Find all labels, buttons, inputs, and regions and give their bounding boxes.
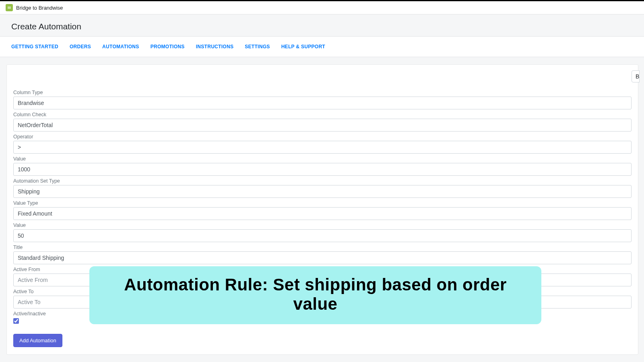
- tab-getting-started[interactable]: GETTING STARTED: [11, 37, 58, 57]
- value-1-input[interactable]: [13, 163, 632, 176]
- app-title: Bridge to Brandwise: [16, 5, 63, 11]
- page-title: Create Automation: [11, 22, 633, 31]
- operator-label: Operator: [13, 134, 632, 140]
- tabs-bar: GETTING STARTED ORDERS AUTOMATIONS PROMO…: [0, 36, 644, 57]
- annotation-callout: Automation Rule: Set shipping based on o…: [89, 266, 541, 324]
- column-check-select[interactable]: [13, 119, 632, 132]
- title-input[interactable]: [13, 251, 632, 264]
- automation-set-type-label: Automation Set Type: [13, 178, 632, 184]
- value-2-input[interactable]: [13, 229, 632, 242]
- tab-instructions[interactable]: INSTRUCTIONS: [196, 37, 234, 57]
- tab-orders[interactable]: ORDERS: [70, 37, 91, 57]
- column-type-select[interactable]: [13, 97, 632, 109]
- tab-help-support[interactable]: HELP & SUPPORT: [281, 37, 325, 57]
- app-header: Bridge to Brandwise: [0, 1, 644, 14]
- value-2-label: Value: [13, 222, 632, 228]
- operator-select[interactable]: [13, 141, 632, 154]
- back-button[interactable]: B: [632, 70, 640, 82]
- active-checkbox[interactable]: [13, 318, 19, 324]
- tab-automations[interactable]: AUTOMATIONS: [102, 37, 139, 57]
- app-logo-icon: [6, 4, 13, 11]
- add-automation-button[interactable]: Add Automation: [13, 334, 62, 347]
- column-type-label: Column Type: [13, 90, 632, 95]
- value-type-label: Value Type: [13, 200, 632, 206]
- title-label: Title: [13, 245, 632, 250]
- value-1-label: Value: [13, 156, 632, 162]
- column-check-label: Column Check: [13, 112, 632, 117]
- tab-promotions[interactable]: PROMOTIONS: [151, 37, 185, 57]
- page-title-wrap: Create Automation: [0, 14, 644, 36]
- automation-set-type-select[interactable]: [13, 185, 632, 198]
- tab-settings[interactable]: SETTINGS: [245, 37, 270, 57]
- value-type-select[interactable]: [13, 207, 632, 220]
